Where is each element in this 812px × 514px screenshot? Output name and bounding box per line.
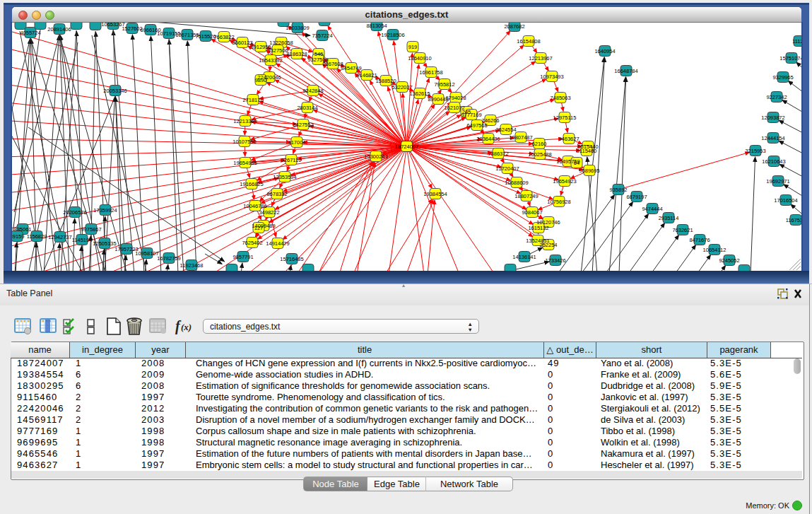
svg-text:7663822: 7663822 — [213, 34, 234, 40]
svg-text:7357224: 7357224 — [312, 33, 332, 39]
svg-text:8471676: 8471676 — [689, 237, 710, 243]
svg-text:9115460: 9115460 — [577, 148, 597, 154]
svg-text:16210643: 16210643 — [762, 158, 785, 165]
svg-text:8660123: 8660123 — [232, 40, 252, 46]
svg-text:12213369: 12213369 — [233, 118, 257, 124]
svg-text:3498222: 3498222 — [259, 209, 279, 216]
svg-text:8813054: 8813054 — [366, 23, 387, 29]
svg-text:10046786: 10046786 — [243, 203, 266, 209]
svg-text:19654985: 19654985 — [233, 160, 257, 166]
svg-text:1615132: 1615132 — [528, 225, 548, 231]
svg-text:7386372: 7386372 — [488, 151, 508, 157]
svg-text:12975115: 12975115 — [553, 115, 577, 121]
svg-text:8678332: 8678332 — [266, 191, 287, 197]
svg-text:12213967: 12213967 — [529, 55, 552, 62]
svg-text:14914479: 14914479 — [266, 240, 289, 247]
svg-text:19166825: 19166825 — [240, 181, 263, 187]
svg-text:2935114: 2935114 — [659, 215, 679, 221]
svg-text:19692971: 19692971 — [766, 178, 789, 185]
svg-text:16154808: 16154808 — [517, 38, 540, 45]
svg-text:1640954: 1640954 — [594, 48, 615, 54]
svg-text:12444154: 12444154 — [761, 135, 784, 141]
svg-text:9329965: 9329965 — [772, 74, 793, 81]
svg-text:6794028: 6794028 — [445, 95, 466, 101]
svg-text:15300243: 15300243 — [364, 153, 387, 160]
svg-text:9084067: 9084067 — [522, 209, 542, 216]
svg-text:10654112: 10654112 — [703, 247, 726, 253]
svg-text:2087682: 2087682 — [504, 23, 524, 30]
svg-text:252254: 252254 — [539, 242, 557, 248]
svg-text:9857791: 9857791 — [233, 254, 253, 260]
svg-text:9890: 9890 — [255, 77, 267, 83]
svg-text:3267110: 3267110 — [281, 157, 302, 163]
svg-text:835061: 835061 — [13, 226, 31, 233]
svg-text:14136141: 14136141 — [512, 254, 536, 260]
svg-text:18724007: 18724007 — [395, 144, 418, 150]
svg-text:15720407: 15720407 — [495, 165, 519, 172]
svg-text:9227342: 9227342 — [766, 94, 787, 100]
svg-text:(x): (x) — [181, 322, 192, 332]
svg-text:16961758: 16961758 — [419, 69, 442, 76]
svg-text:1167533: 1167533 — [786, 217, 801, 223]
svg-text:6497568: 6497568 — [466, 122, 487, 129]
svg-text:1527602: 1527602 — [122, 25, 142, 32]
svg-text:1156829: 1156829 — [27, 233, 47, 240]
svg-text:62160: 62160 — [532, 141, 547, 147]
svg-text:9777169: 9777169 — [461, 112, 481, 118]
svg-text:10107553: 10107553 — [233, 139, 256, 145]
svg-text:12093872: 12093872 — [761, 115, 784, 121]
svg-text:10973493: 10973493 — [540, 74, 563, 80]
svg-text:3624554: 3624554 — [495, 127, 516, 133]
svg-text:15751074: 15751074 — [779, 55, 801, 62]
svg-text:127: 127 — [254, 225, 264, 231]
svg-text:11923468: 11923468 — [180, 262, 204, 269]
svg-text:2867608: 2867608 — [322, 61, 343, 67]
svg-text:8427552: 8427552 — [293, 122, 313, 128]
svg-text:5322037: 5322037 — [392, 84, 412, 90]
svg-text:7632621: 7632621 — [672, 227, 693, 233]
svg-text:10756928: 10756928 — [547, 199, 570, 205]
svg-text:16782759: 16782759 — [157, 255, 180, 262]
svg-text:2718176: 2718176 — [242, 97, 263, 103]
svg-text:15716485: 15716485 — [280, 256, 303, 262]
svg-text:1588520: 1588520 — [375, 78, 396, 84]
svg-text:19654923: 19654923 — [553, 178, 576, 185]
svg-text:9327506: 9327506 — [267, 47, 288, 54]
svg-text:10688609: 10688609 — [505, 180, 528, 186]
svg-text:20364436: 20364436 — [476, 136, 500, 142]
svg-text:12353594: 12353594 — [273, 174, 296, 180]
svg-text:11123: 11123 — [792, 38, 801, 45]
svg-text:10958107: 10958107 — [135, 250, 158, 257]
svg-text:1733426: 1733426 — [545, 257, 565, 264]
svg-text:18807249: 18807249 — [514, 193, 538, 199]
svg-text:10807487: 10807487 — [509, 134, 532, 141]
svg-text:12505135: 12505135 — [93, 240, 116, 247]
svg-text:16033809: 16033809 — [286, 25, 309, 31]
svg-text:17359924: 17359924 — [93, 207, 117, 214]
svg-text:919: 919 — [408, 44, 418, 50]
svg-text:9689695: 9689695 — [579, 168, 599, 174]
svg-text:9474444: 9474444 — [642, 206, 662, 212]
svg-text:17016504: 17016504 — [774, 197, 797, 204]
svg-text:1362615: 1362615 — [409, 90, 430, 97]
svg-text:12942737: 12942737 — [48, 234, 71, 240]
svg-text:20891406: 20891406 — [47, 26, 71, 33]
svg-text:39159: 39159 — [12, 233, 24, 240]
svg-text:19218506: 19218506 — [381, 32, 404, 38]
svg-text:10025488: 10025488 — [528, 151, 551, 158]
svg-text:7955812: 7955812 — [434, 81, 454, 88]
svg-text:7485063: 7485063 — [550, 95, 570, 101]
svg-text:9245052: 9245052 — [719, 257, 739, 264]
svg-text:10543392: 10543392 — [259, 57, 282, 64]
svg-text:7515526: 7515526 — [195, 33, 216, 40]
svg-text:9242848: 9242848 — [302, 88, 323, 94]
svg-text:64: 64 — [574, 160, 579, 166]
svg-text:4055724: 4055724 — [20, 30, 40, 36]
svg-text:9975867: 9975867 — [81, 226, 101, 233]
svg-text:6879197: 6879197 — [626, 194, 647, 200]
svg-text:19384554: 19384554 — [423, 191, 447, 197]
svg-text:417004: 417004 — [288, 139, 305, 146]
svg-text:9463627: 9463627 — [558, 136, 579, 142]
svg-text:9146821: 9146821 — [356, 72, 377, 78]
svg-text:20053346: 20053346 — [103, 88, 126, 94]
